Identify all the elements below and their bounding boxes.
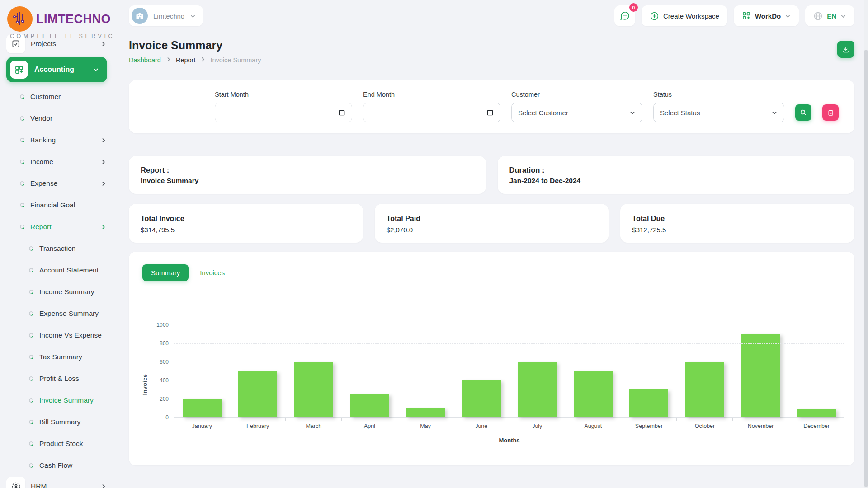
start-month-input[interactable]: -------- ----: [215, 103, 352, 122]
sidebar-item-product-stock[interactable]: Product Stock: [6, 433, 115, 455]
gridline: [174, 399, 844, 399]
sidebar-item-accounting[interactable]: Accounting: [6, 57, 107, 82]
sidebar-item-bill-summary[interactable]: Bill Summary: [6, 411, 115, 433]
sidebar-item-label: Income: [30, 158, 94, 166]
apply-filter-button[interactable]: [795, 104, 811, 121]
tab-summary[interactable]: Summary: [142, 264, 189, 281]
sidebar-item-profit-loss[interactable]: Profit & Loss: [6, 368, 115, 389]
x-tick-label: April: [342, 423, 398, 429]
sidebar-item-transaction[interactable]: Transaction: [6, 238, 115, 259]
workdo-menu-button[interactable]: WorkDo: [734, 5, 799, 26]
bullet-icon: [28, 289, 34, 295]
vertical-scrollbar[interactable]: [864, 0, 868, 488]
create-workspace-button[interactable]: Create Workspace: [642, 5, 727, 26]
customer-select[interactable]: Select Customer: [511, 103, 642, 122]
status-field: Status Select Status: [653, 91, 784, 122]
sidebar-item-label: Banking: [30, 136, 94, 144]
bar-january[interactable]: [183, 399, 222, 417]
end-month-input[interactable]: -------- ----: [363, 103, 500, 122]
calendar-icon[interactable]: [338, 109, 345, 116]
sidebar-item-income[interactable]: Income: [6, 151, 115, 173]
clipboard-x-icon: [827, 109, 834, 116]
duration-info-card: Duration : Jan-2024 to Dec-2024: [498, 156, 855, 194]
bar-september[interactable]: [629, 389, 668, 417]
y-tick-label: 1000: [156, 322, 169, 328]
chevron-down-icon: [629, 109, 636, 116]
sidebar-item-hrm[interactable]: HRM: [6, 476, 115, 488]
sidebar-item-banking[interactable]: Banking: [6, 129, 115, 151]
x-tick-label: December: [788, 423, 844, 429]
breadcrumb-dashboard[interactable]: Dashboard: [129, 56, 161, 64]
language-selector[interactable]: EN: [805, 5, 854, 26]
workspace-switcher[interactable]: Limtechno: [129, 5, 203, 26]
bullet-icon: [19, 115, 25, 122]
y-tick-label: 800: [160, 340, 169, 347]
bar-april[interactable]: [350, 394, 389, 417]
sidebar-item-vendor[interactable]: Vendor: [6, 108, 115, 129]
bar-july[interactable]: [518, 362, 557, 417]
bullet-icon: [28, 245, 34, 252]
scrollbar-thumb[interactable]: [864, 50, 868, 487]
building-icon: [132, 8, 148, 24]
x-axis-title: Months: [174, 437, 844, 444]
sidebar-item-label: Profit & Loss: [39, 375, 106, 383]
bar-march[interactable]: [294, 362, 333, 417]
search-icon: [800, 109, 807, 116]
messages-badge: 0: [629, 3, 638, 12]
bar-column-october: [677, 325, 733, 417]
bar-column-june: [453, 325, 509, 417]
chevron-right-icon: [200, 56, 206, 64]
sidebar-item-label: Income Summary: [39, 288, 106, 296]
sidebar-item-invoice-summary[interactable]: Invoice Summary: [6, 389, 115, 411]
tab-invoices[interactable]: Invoices: [191, 264, 233, 281]
sidebar-item-customer[interactable]: Customer: [6, 86, 115, 108]
bar-august[interactable]: [574, 371, 613, 417]
x-tick-label: March: [286, 423, 342, 429]
sidebar-item-cash-flow[interactable]: Cash Flow: [6, 455, 115, 476]
bar-november[interactable]: [741, 334, 780, 417]
bar-october[interactable]: [685, 362, 724, 417]
chevron-right-icon: [100, 224, 106, 230]
breadcrumb-report[interactable]: Report: [176, 56, 196, 64]
sidebar-item-label: Expense Summary: [39, 310, 106, 318]
bar-column-january: [174, 325, 230, 417]
bullet-icon: [19, 159, 25, 165]
download-button[interactable]: [837, 41, 854, 58]
gridline: [174, 325, 844, 325]
reset-filter-button[interactable]: [822, 104, 839, 121]
x-tick-label: August: [565, 423, 621, 429]
chevron-right-icon: [100, 483, 106, 488]
sidebar-item-expense-summary[interactable]: Expense Summary: [6, 303, 115, 324]
brand-tagline: COMPLETE IT SERVICES: [7, 33, 115, 39]
plus-circle-icon: [650, 11, 659, 21]
bullet-icon: [19, 224, 25, 230]
bar-column-july: [509, 325, 565, 417]
customer-label: Customer: [511, 91, 642, 98]
sidebar-item-tax-summary[interactable]: Tax Summary: [6, 346, 115, 368]
x-tick-label: July: [509, 423, 565, 429]
x-tick-label: September: [621, 423, 677, 429]
gridline: [174, 380, 844, 380]
chevron-right-icon: [100, 159, 106, 165]
x-tick-label: January: [174, 423, 230, 429]
bullet-icon: [28, 310, 34, 317]
end-month-field: End Month -------- ----: [363, 91, 500, 122]
bullet-icon: [28, 397, 34, 404]
sidebar-item-account-statement[interactable]: Account Statement: [6, 259, 115, 281]
sidebar-item-income-summary[interactable]: Income Summary: [6, 281, 115, 303]
calendar-icon[interactable]: [486, 109, 494, 116]
bar-may[interactable]: [406, 408, 445, 417]
sidebar-item-expense[interactable]: Expense: [6, 173, 115, 194]
bar-december[interactable]: [797, 409, 836, 417]
breadcrumb-invoice-summary: Invoice Summary: [210, 56, 261, 64]
sidebar-item-financial-goal[interactable]: Financial Goal: [6, 194, 115, 216]
status-select[interactable]: Select Status: [653, 103, 784, 122]
sidebar-item-report[interactable]: Report: [6, 216, 115, 238]
report-info-value: Invoice Summary: [141, 177, 474, 185]
messages-button[interactable]: 0: [614, 5, 635, 26]
report-info-title: Report :: [141, 166, 474, 174]
sidebar-item-income-vs-expense[interactable]: Income Vs Expense: [6, 324, 115, 346]
bar-column-august: [565, 325, 621, 417]
chevron-right-icon: [100, 137, 106, 143]
bar-february[interactable]: [238, 371, 277, 417]
